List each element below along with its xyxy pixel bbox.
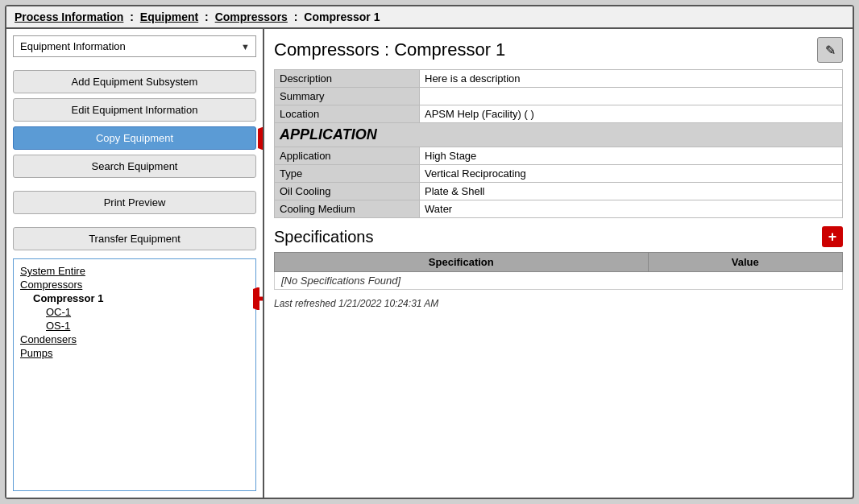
- field-label-type: Type: [275, 165, 420, 183]
- main-area: Equipment Information System Information…: [6, 29, 853, 498]
- specs-no-data-cell: [No Specifications Found]: [275, 272, 843, 290]
- add-specification-button[interactable]: +: [822, 226, 843, 247]
- field-value-description: Here is a description: [420, 70, 843, 88]
- nav-item-condensers[interactable]: Condensers: [20, 333, 249, 346]
- copy-arrow-icon: [258, 127, 264, 150]
- main-window: Process Information : Equipment : Compre…: [5, 5, 854, 499]
- content-panel: Compressors : Compressor 1 ✎ Description…: [264, 29, 853, 498]
- page-title: Compressors : Compressor 1: [274, 39, 505, 60]
- compressor-arrow-icon: [253, 287, 264, 310]
- field-label-summary: Summary: [275, 88, 420, 105]
- breadcrumb-separator-2: :: [205, 10, 212, 23]
- sidebar: Equipment Information System Information…: [6, 29, 264, 498]
- transfer-equipment-button[interactable]: Transfer Equipment: [13, 227, 256, 250]
- specs-header-row: Specification Value: [275, 253, 843, 272]
- nav-tree: System Entire Compressors Compressor 1: [13, 258, 256, 491]
- field-value-type: Vertical Reciprocating: [420, 165, 843, 183]
- field-label-cooling-medium: Cooling Medium: [275, 200, 420, 218]
- field-value-application: High Stage: [420, 147, 843, 165]
- field-value-summary: [420, 88, 843, 105]
- info-table: Description Here is a description Summar…: [274, 69, 843, 218]
- specifications-table: Specification Value [No Specifications F…: [274, 252, 843, 290]
- edit-equipment-information-button[interactable]: Edit Equipment Information: [13, 98, 256, 122]
- table-row: Cooling Medium Water: [275, 200, 843, 218]
- specs-col-value: Value: [648, 253, 842, 272]
- copy-arrow-annotation: [258, 127, 264, 150]
- specs-no-data-row: [No Specifications Found]: [275, 272, 843, 290]
- nav-item-system-entire[interactable]: System Entire: [20, 264, 249, 278]
- edit-pencil-icon: ✎: [825, 43, 836, 58]
- equipment-dropdown[interactable]: Equipment Information System Information…: [13, 35, 256, 57]
- table-row: Location APSM Help (Facility) ( ): [275, 105, 843, 123]
- edit-icon-button[interactable]: ✎: [817, 37, 843, 63]
- copy-equipment-button[interactable]: Copy Equipment: [13, 126, 256, 150]
- breadcrumb-separator-3: :: [294, 10, 301, 23]
- field-label-location: Location: [275, 105, 420, 123]
- nav-item-compressor1-row: Compressor 1: [20, 291, 249, 305]
- nav-item-compressors[interactable]: Compressors: [20, 278, 249, 291]
- section-application-label: APPLICATION: [275, 123, 843, 147]
- specifications-title: Specifications: [274, 228, 373, 246]
- compressor-arrow-annotation: [253, 287, 264, 310]
- field-label-oil-cooling: Oil Cooling: [275, 183, 420, 200]
- breadcrumb-current: Compressor 1: [304, 10, 380, 23]
- table-row: Oil Cooling Plate & Shell: [275, 183, 843, 200]
- field-label-description: Description: [275, 70, 420, 88]
- last-refreshed-text: Last refreshed 1/21/2022 10:24:31 AM: [274, 298, 843, 309]
- table-row: Summary: [275, 88, 843, 105]
- nav-item-os1[interactable]: OS-1: [20, 319, 249, 333]
- specs-col-specification: Specification: [275, 253, 649, 272]
- copy-equipment-row: Copy Equipment: [13, 126, 256, 150]
- breadcrumb-equipment[interactable]: Equipment: [140, 10, 198, 23]
- field-value-location: APSM Help (Facility) ( ): [420, 105, 843, 123]
- equipment-dropdown-wrapper: Equipment Information System Information…: [13, 35, 256, 57]
- table-row: Description Here is a description: [275, 70, 843, 88]
- add-equipment-subsystem-button[interactable]: Add Equipment Subsystem: [13, 70, 256, 93]
- breadcrumb-process-information[interactable]: Process Information: [15, 10, 123, 23]
- print-preview-button[interactable]: Print Preview: [13, 191, 256, 214]
- table-row: Type Vertical Reciprocating: [275, 165, 843, 183]
- page-title-row: Compressors : Compressor 1 ✎: [274, 37, 843, 63]
- specifications-header-row: Specifications +: [274, 226, 843, 247]
- field-value-cooling-medium: Water: [420, 200, 843, 218]
- nav-item-oc1[interactable]: OC-1: [20, 305, 249, 319]
- field-label-application: Application: [275, 147, 420, 165]
- breadcrumb-separator-1: :: [130, 10, 137, 23]
- field-value-oil-cooling: Plate & Shell: [420, 183, 843, 200]
- nav-item-compressor1[interactable]: Compressor 1: [20, 291, 249, 305]
- table-row: Application High Stage: [275, 147, 843, 165]
- section-header-application: APPLICATION: [275, 123, 843, 147]
- search-equipment-button[interactable]: Search Equipment: [13, 155, 256, 178]
- breadcrumb: Process Information : Equipment : Compre…: [6, 6, 853, 29]
- breadcrumb-compressors[interactable]: Compressors: [215, 10, 288, 23]
- nav-item-pumps[interactable]: Pumps: [20, 346, 249, 360]
